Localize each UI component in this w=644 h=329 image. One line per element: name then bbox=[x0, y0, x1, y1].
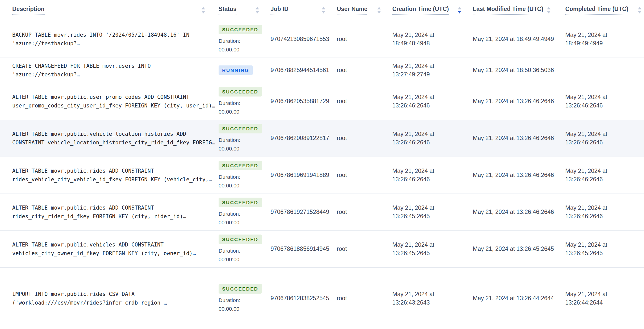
creation-time-cell: May 21, 2024 at 13:26:46:2646 bbox=[392, 83, 473, 120]
sort-arrows-icon[interactable] bbox=[638, 7, 641, 13]
job-status-cell: SUCCEEDED Duration: 00:00:00 bbox=[217, 230, 271, 267]
duration-label: Duration: bbox=[219, 37, 271, 45]
column-header-status[interactable]: Status bbox=[217, 0, 271, 21]
status-badge: SUCCEEDED bbox=[219, 87, 262, 97]
status-badge: SUCCEEDED bbox=[219, 235, 262, 244]
table-row[interactable]: ALTER TABLE movr.public.rides ADD CONSTR… bbox=[0, 157, 644, 194]
last-modified-time-cell: May 21, 2024 at 18:49:49:4949 bbox=[473, 21, 562, 58]
job-description-cell[interactable]: ALTER TABLE movr.public.rides ADD CONSTR… bbox=[0, 157, 217, 194]
status-badge: SUCCEEDED bbox=[219, 284, 262, 294]
column-header-user[interactable]: User Name bbox=[337, 0, 392, 21]
completed-time-cell: May 21, 2024 at 13:26:46:2646 bbox=[562, 83, 644, 120]
duration: Duration: 00:00:00 bbox=[219, 99, 271, 116]
user-name-cell: root bbox=[337, 21, 392, 58]
sort-asc-icon bbox=[638, 7, 641, 9]
completed-time-cell: May 21, 2024 at 13:26:46:2646 bbox=[562, 194, 644, 230]
column-header-label: Creation Time (UTC) bbox=[392, 6, 449, 15]
completed-time-cell: May 21, 2024 at 13:26:46:2646 bbox=[562, 120, 644, 157]
column-header-label: Last Modified Time (UTC) bbox=[473, 6, 543, 15]
job-id-cell: 970678619691941889 bbox=[271, 157, 337, 194]
creation-time-cell: May 21, 2024 at 13:26:45:2645 bbox=[392, 194, 473, 230]
sort-desc-icon bbox=[547, 11, 551, 13]
last-modified-time-cell: May 21, 2024 at 13:26:46:2646 bbox=[473, 120, 562, 157]
duration: Duration: 00:00:00 bbox=[219, 296, 271, 313]
table-row[interactable]: ALTER TABLE movr.public.user_promo_codes… bbox=[0, 83, 644, 120]
table-row[interactable]: IMPORT INTO movr.public.rides CSV DATA (… bbox=[0, 267, 644, 328]
job-status-cell: SUCCEEDED Duration: 00:00:00 bbox=[217, 194, 271, 230]
column-header-completed[interactable]: Completed Time (UTC) bbox=[562, 0, 644, 21]
job-description-cell[interactable]: CREATE CHANGEFEED FOR TABLE movr.users I… bbox=[0, 58, 217, 83]
job-status-cell: SUCCEEDED Duration: 00:00:00 bbox=[217, 21, 271, 58]
creation-time-cell: May 21, 2024 at 13:26:43:2643 bbox=[392, 267, 473, 328]
duration-label: Duration: bbox=[219, 210, 271, 218]
status-badge: SUCCEEDED bbox=[219, 161, 262, 170]
completed-time-cell: May 21, 2024 at 18:49:49:4949 bbox=[562, 21, 644, 58]
creation-time-cell: May 21, 2024 at 13:26:46:2646 bbox=[392, 157, 473, 194]
job-id-cell: 970678825944514561 bbox=[271, 58, 337, 83]
column-header-label: Job ID bbox=[271, 6, 288, 15]
duration-value: 00:00:00 bbox=[219, 182, 271, 190]
last-modified-time-cell: May 21, 2024 at 13:26:46:2646 bbox=[473, 157, 562, 194]
sort-asc-icon bbox=[322, 7, 325, 9]
table-row[interactable]: CREATE CHANGEFEED FOR TABLE movr.users I… bbox=[0, 58, 644, 83]
completed-time-cell: May 21, 2024 at 13:26:45:2645 bbox=[562, 230, 644, 267]
last-modified-time-cell: May 21, 2024 at 13:26:46:2646 bbox=[473, 83, 562, 120]
last-modified-time-cell: May 21, 2024 at 13:26:45:2645 bbox=[473, 230, 562, 267]
column-header-label: Description bbox=[12, 6, 45, 15]
last-modified-time-cell: May 21, 2024 at 18:50:36:5036 bbox=[473, 58, 562, 83]
duration-value: 00:00:00 bbox=[219, 218, 271, 227]
job-description-cell[interactable]: ALTER TABLE movr.public.vehicles ADD CON… bbox=[0, 230, 217, 267]
sort-desc-icon bbox=[458, 11, 461, 13]
sort-arrows-icon[interactable] bbox=[458, 7, 461, 13]
duration-value: 00:00:00 bbox=[219, 255, 271, 264]
header-row: Description Status Job ID User Name bbox=[0, 0, 644, 21]
job-id-cell: 970678612838252545 bbox=[271, 267, 337, 328]
completed-time-cell: May 21, 2024 at 13:26:46:2646 bbox=[562, 157, 644, 194]
sort-arrows-icon[interactable] bbox=[202, 7, 205, 13]
column-header-modified[interactable]: Last Modified Time (UTC) bbox=[473, 0, 562, 21]
table-row[interactable]: ALTER TABLE movr.public.vehicle_location… bbox=[0, 120, 644, 157]
job-description-cell[interactable]: ALTER TABLE movr.public.user_promo_codes… bbox=[0, 83, 217, 120]
duration-label: Duration: bbox=[219, 136, 271, 144]
job-id-cell: 970678619271528449 bbox=[271, 194, 337, 230]
creation-time-cell: May 21, 2024 at 18:49:48:4948 bbox=[392, 21, 473, 58]
sort-arrows-icon[interactable] bbox=[322, 7, 325, 13]
column-header-label: User Name bbox=[337, 6, 367, 15]
duration-value: 00:00:00 bbox=[219, 145, 271, 153]
column-header-job_id[interactable]: Job ID bbox=[271, 0, 337, 21]
sort-asc-icon bbox=[202, 7, 205, 9]
creation-time-cell: May 21, 2024 at 13:27:49:2749 bbox=[392, 58, 473, 83]
duration-value: 00:00:00 bbox=[219, 305, 271, 313]
sort-desc-icon bbox=[202, 11, 205, 13]
table-row[interactable]: BACKUP TABLE movr.rides INTO '/2024/05/2… bbox=[0, 21, 644, 58]
job-status-cell: SUCCEEDED Duration: 00:00:00 bbox=[217, 157, 271, 194]
duration-value: 00:00:00 bbox=[219, 46, 271, 54]
job-description-cell[interactable]: ALTER TABLE movr.public.rides ADD CONSTR… bbox=[0, 194, 217, 230]
job-status-cell: RUNNING bbox=[217, 58, 271, 83]
status-badge: RUNNING bbox=[219, 65, 253, 75]
duration: Duration: 00:00:00 bbox=[219, 173, 271, 190]
table-row[interactable]: ALTER TABLE movr.public.vehicles ADD CON… bbox=[0, 230, 644, 267]
table-row[interactable]: ALTER TABLE movr.public.rides ADD CONSTR… bbox=[0, 194, 644, 230]
sort-arrows-icon[interactable] bbox=[377, 7, 381, 13]
status-badge: SUCCEEDED bbox=[219, 124, 262, 133]
duration-label: Duration: bbox=[219, 99, 271, 107]
completed-time-cell: May 21, 2024 at 13:26:44:2644 bbox=[562, 267, 644, 328]
duration-label: Duration: bbox=[219, 173, 271, 181]
job-status-cell: SUCCEEDED Duration: 00:00:00 bbox=[217, 120, 271, 157]
column-header-description[interactable]: Description bbox=[0, 0, 217, 21]
job-description-cell[interactable]: IMPORT INTO movr.public.rides CSV DATA (… bbox=[0, 267, 217, 328]
job-description-cell[interactable]: ALTER TABLE movr.public.vehicle_location… bbox=[0, 120, 217, 157]
creation-time-cell: May 21, 2024 at 13:26:45:2645 bbox=[392, 230, 473, 267]
completed-time-cell bbox=[562, 58, 644, 83]
user-name-cell: root bbox=[337, 83, 392, 120]
status-badge: SUCCEEDED bbox=[219, 25, 262, 34]
last-modified-time-cell: May 21, 2024 at 13:26:46:2646 bbox=[473, 194, 562, 230]
sort-arrows-icon[interactable] bbox=[256, 7, 259, 13]
job-description-cell[interactable]: BACKUP TABLE movr.rides INTO '/2024/05/2… bbox=[0, 21, 217, 58]
job-status-cell: SUCCEEDED Duration: 00:00:00 bbox=[217, 83, 271, 120]
duration-value: 00:00:00 bbox=[219, 108, 271, 116]
sort-arrows-icon[interactable] bbox=[547, 7, 551, 13]
column-header-created[interactable]: Creation Time (UTC) bbox=[392, 0, 473, 21]
user-name-cell: root bbox=[337, 230, 392, 267]
